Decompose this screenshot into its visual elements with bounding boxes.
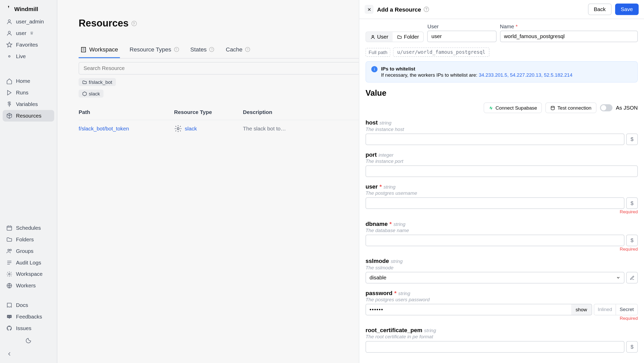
owner-segmented: User Folder [366, 31, 424, 42]
calendar-icon [6, 225, 12, 231]
database-icon [550, 105, 555, 110]
row-type[interactable]: slack [174, 125, 243, 132]
pencil-icon [630, 275, 634, 280]
root-cert-var-button[interactable]: $ [626, 341, 638, 353]
sidebar-runs[interactable]: Runs [3, 87, 54, 99]
logo[interactable]: Windmill [3, 3, 54, 16]
sidebar-workers[interactable]: Workers [3, 280, 54, 291]
info-icon[interactable]: ? [131, 21, 137, 26]
password-input[interactable] [366, 304, 571, 315]
required-text: Required [366, 316, 638, 321]
user-input[interactable] [427, 31, 496, 42]
crown-icon: ♕ [30, 31, 33, 36]
sidebar-groups[interactable]: Groups [3, 245, 54, 257]
close-button[interactable] [365, 5, 373, 14]
secret-toggle[interactable]: Inlined Secret [594, 304, 638, 315]
dbname-input[interactable] [366, 235, 624, 246]
users-icon [6, 248, 12, 254]
svg-point-0 [8, 20, 10, 22]
sidebar-docs[interactable]: Docs [3, 299, 54, 311]
moon-icon[interactable] [25, 338, 31, 344]
field-user: user* string The postgres username $ Req… [366, 183, 638, 214]
folder-icon [6, 236, 12, 243]
seg-user[interactable]: User [366, 32, 393, 42]
info-icon: ? [245, 47, 250, 52]
sidebar-live[interactable]: Live [3, 51, 54, 62]
label: Workspace [16, 271, 43, 277]
svg-point-9 [177, 128, 179, 130]
seg-folder[interactable]: Folder [393, 32, 423, 42]
sidebar-issues[interactable]: Issues [3, 322, 54, 334]
user-var-button[interactable]: $ [626, 197, 638, 209]
user-label: User [427, 23, 496, 30]
sidebar-folders[interactable]: Folders [3, 234, 54, 245]
back-button[interactable]: Back [588, 4, 612, 15]
tab-resource-types[interactable]: Resource Types ? [128, 42, 181, 58]
chip-slack[interactable]: slack [79, 90, 104, 98]
host-input[interactable] [366, 134, 624, 145]
svg-point-4 [8, 249, 9, 251]
chip-folder[interactable]: f/slack_bot [79, 78, 116, 86]
tab-cache[interactable]: Cache ? [224, 42, 252, 58]
field-sslmode: sslmode string The sslmode disable [366, 258, 638, 284]
root-cert-input[interactable] [366, 341, 624, 353]
info-icon: i [371, 66, 377, 72]
sidebar-user[interactable]: user ♕ [3, 28, 54, 39]
user-field-input[interactable] [366, 197, 624, 209]
label: Workers [16, 282, 36, 289]
name-input[interactable] [500, 31, 638, 42]
user-icon [370, 34, 375, 39]
port-input[interactable] [366, 165, 638, 177]
label: user_admin [16, 19, 44, 25]
sidebar-favorites[interactable]: Favorites [3, 39, 54, 51]
connect-supabase-button[interactable]: Connect Supabase [484, 102, 542, 113]
ips-link[interactable]: 34.233.201.5, 54.227.220.13, 52.5.182.21… [479, 72, 572, 78]
sidebar-resources[interactable]: Resources [3, 110, 54, 122]
info-icon[interactable]: ? [424, 7, 429, 12]
sidebar-feedbacks[interactable]: Feedbacks [3, 311, 54, 323]
windmill-logo-icon [4, 5, 12, 13]
label: user [16, 30, 26, 36]
sslmode-select[interactable]: disable [366, 272, 624, 284]
tab-states[interactable]: States ? [189, 42, 216, 58]
row-path[interactable]: f/slack_bot/bot_token [79, 126, 174, 132]
tab-workspace[interactable]: Workspace [79, 42, 120, 58]
sslmode-edit-button[interactable] [626, 272, 638, 284]
sidebar-schedules[interactable]: Schedules [3, 222, 54, 234]
sidebar-workspace[interactable]: Workspace [3, 268, 54, 280]
info-text: If necessary, the workers IPs to whiteli… [381, 72, 572, 78]
sidebar-variables[interactable]: Variables [3, 99, 54, 110]
save-button[interactable]: Save [615, 4, 639, 15]
lines-icon [6, 260, 12, 266]
field-dbname: dbname* string The database name $ Requi… [366, 220, 638, 252]
field-password: password* string The postgres users pass… [366, 290, 638, 321]
cube-icon [82, 91, 87, 96]
svg-point-6 [9, 273, 10, 275]
value-title: Value [366, 89, 386, 98]
chevron-down-icon [616, 276, 620, 280]
sidebar-home[interactable]: Home [3, 75, 54, 87]
column-type: Resource Type [174, 109, 243, 115]
fullpath-label: Full path [366, 48, 391, 56]
as-json-toggle[interactable] [600, 104, 612, 111]
svg-point-5 [10, 249, 11, 251]
dbname-var-button[interactable]: $ [626, 235, 638, 246]
book-icon [6, 302, 12, 308]
user-icon [6, 30, 12, 36]
github-icon [6, 325, 12, 331]
info-icon: ? [209, 47, 214, 52]
box-icon [6, 113, 12, 119]
sidebar-audit-logs[interactable]: Audit Logs [3, 257, 54, 268]
building-icon [80, 46, 87, 52]
field-root-cert: root_certificate_pem string The root cer… [366, 327, 638, 353]
svg-point-10 [372, 35, 374, 37]
label: Groups [16, 248, 33, 254]
collapse-icon[interactable] [6, 351, 12, 357]
brand-name: Windmill [14, 6, 38, 12]
host-var-button[interactable]: $ [626, 134, 638, 145]
test-connection-button[interactable]: Test connection [546, 102, 596, 113]
sidebar-user-admin[interactable]: user_admin [3, 16, 54, 28]
close-icon [367, 7, 371, 12]
show-password-button[interactable]: show [571, 304, 591, 315]
required-text: Required [366, 209, 638, 214]
